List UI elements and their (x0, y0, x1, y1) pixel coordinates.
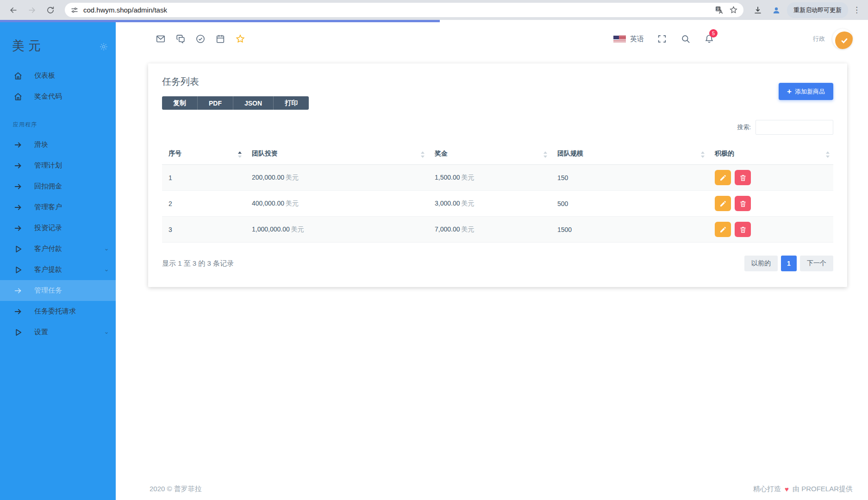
notifications-bell[interactable]: 5 (704, 33, 715, 44)
sidebar-item-label: 管理任务 (34, 286, 62, 295)
sidebar-item[interactable]: 客户提款⌄ (0, 259, 116, 280)
task-table: 序号团队投资奖金团队规模积极的 1200,000.00美元1,500.00美元1… (162, 146, 833, 243)
gear-icon[interactable] (99, 40, 108, 55)
language-label: 英语 (630, 35, 644, 44)
search-label: 搜索: (737, 123, 751, 131)
sidebar-item[interactable]: 滑块 (0, 134, 116, 155)
sidebar-item[interactable]: 设置⌄ (0, 322, 116, 343)
next-page-button[interactable]: 下一个 (800, 256, 833, 271)
sidebar-item[interactable]: 回扣佣金 (0, 176, 116, 197)
pagination: 以前的 1 下一个 (744, 256, 833, 271)
user-menu[interactable]: 行政 (813, 29, 853, 49)
brand-logo: 美元 (0, 22, 116, 54)
sidebar-item[interactable]: 奖金代码 (0, 86, 116, 107)
browser-menu-icon[interactable]: ⋮ (851, 5, 862, 15)
main-content: 英语 5 行政 (116, 22, 868, 500)
restart-to-update-button[interactable]: 重新启动即可更新 (787, 2, 848, 18)
browser-profile-icon[interactable] (768, 2, 784, 18)
chat-icon[interactable] (175, 33, 186, 44)
export-button[interactable]: JSON (233, 96, 274, 110)
svg-text:文: 文 (716, 7, 720, 11)
calendar-icon[interactable] (215, 33, 226, 44)
sidebar-item[interactable]: 客户付款⌄ (0, 238, 116, 259)
mail-icon[interactable] (155, 33, 166, 44)
sidebar-nav: 仪表板奖金代码应用程序滑块管理计划回扣佣金管理客户投资记录客户付款⌄客户提款⌄管… (0, 65, 116, 343)
arrow-icon (13, 306, 23, 317)
bookmark-star-icon[interactable] (729, 6, 738, 14)
delete-button[interactable] (735, 170, 751, 185)
browser-chrome: cod.hwym.shop/admin/task 文 重新启动即可更新 ⋮ (0, 0, 868, 20)
cell-team-size: 150 (551, 165, 708, 191)
column-label: 序号 (169, 150, 181, 157)
favorite-star-icon[interactable] (235, 33, 246, 44)
previous-page-button[interactable]: 以前的 (744, 256, 778, 271)
edit-button[interactable] (715, 170, 731, 185)
sidebar-item[interactable]: 仪表板 (0, 65, 116, 86)
export-button[interactable]: PDF (198, 96, 233, 110)
fullscreen-icon[interactable] (656, 33, 668, 44)
sidebar-item-label: 客户提款 (34, 265, 62, 274)
cell-bonus: 7,000.00美元 (428, 217, 551, 243)
sidebar: 美元 仪表板奖金代码应用程序滑块管理计划回扣佣金管理客户投资记录客户付款⌄客户提… (0, 22, 116, 500)
column-label: 积极的 (715, 150, 734, 157)
sidebar-item[interactable]: 管理任务 (0, 280, 116, 301)
reload-icon[interactable] (43, 2, 58, 18)
sidebar-item[interactable]: 投资记录 (0, 218, 116, 238)
address-bar[interactable]: cod.hwym.shop/admin/task 文 (65, 3, 743, 17)
page-footer: 2020 © 普罗菲拉 精心打造 ♥ 由 PROFELAR提供 (116, 485, 868, 500)
cell-team-investment: 1,000,000.00美元 (245, 217, 428, 243)
check-circle-icon[interactable] (195, 33, 206, 44)
cell-team-size: 1500 (551, 217, 708, 243)
column-label: 团队投资 (252, 150, 278, 157)
plus-icon: + (787, 87, 792, 96)
avatar (832, 29, 853, 49)
table-search-input[interactable] (756, 120, 833, 135)
sidebar-item-label: 管理客户 (34, 203, 62, 212)
export-button[interactable]: 打印 (274, 96, 309, 110)
current-page-button[interactable]: 1 (781, 256, 797, 271)
download-icon[interactable] (750, 2, 766, 18)
delete-button[interactable] (735, 196, 751, 211)
column-header[interactable]: 奖金 (428, 146, 551, 165)
add-new-item-button[interactable]: + 添加新商品 (779, 83, 833, 100)
export-button[interactable]: 复制 (162, 96, 198, 110)
edit-button[interactable] (715, 222, 731, 237)
cell-actions (708, 217, 833, 243)
table-row: 1200,000.00美元1,500.00美元150 (162, 165, 833, 191)
sidebar-section-label: 应用程序 (13, 121, 116, 129)
column-header[interactable]: 团队规模 (551, 146, 708, 165)
search-icon[interactable] (680, 33, 691, 44)
add-new-item-label: 添加新商品 (795, 88, 825, 96)
forward-icon[interactable] (24, 2, 40, 18)
arrow-icon (13, 202, 23, 212)
sidebar-item[interactable]: 管理客户 (0, 197, 116, 218)
table-footer: 显示 1 至 3 的 3 条记录 以前的 1 下一个 (162, 256, 833, 271)
user-role-label: 行政 (813, 35, 825, 43)
cell-actions (708, 165, 833, 191)
sidebar-item-label: 管理计划 (34, 161, 62, 170)
cell-team-investment: 200,000.00美元 (245, 165, 428, 191)
column-header[interactable]: 积极的 (708, 146, 833, 165)
delete-button[interactable] (735, 222, 751, 237)
column-header[interactable]: 团队投资 (245, 146, 428, 165)
back-icon[interactable] (6, 2, 21, 18)
language-selector[interactable]: 英语 (613, 35, 644, 44)
table-row: 31,000,000.00美元7,000.00美元1500 (162, 217, 833, 243)
edit-button[interactable] (715, 196, 731, 211)
sidebar-item[interactable]: 管理计划 (0, 155, 116, 176)
cell-team-investment: 400,000.00美元 (245, 191, 428, 217)
task-list-card: 任务列表 复制PDFJSON打印 + 添加新商品 搜索: 序号团队投资奖金团队规… (148, 63, 847, 287)
made-with-text: 精心打造 ♥ 由 PROFELAR提供 (753, 485, 853, 494)
sidebar-item[interactable]: 任务委托请求 (0, 301, 116, 322)
cell-serial: 2 (162, 191, 245, 217)
app-header: 英语 5 行政 (116, 22, 868, 56)
sidebar-item-label: 回扣佣金 (34, 182, 62, 191)
records-info: 显示 1 至 3 的 3 条记录 (162, 259, 234, 268)
notification-badge: 5 (709, 29, 718, 38)
site-settings-icon[interactable] (70, 6, 79, 14)
column-header[interactable]: 序号 (162, 146, 245, 165)
cell-serial: 1 (162, 165, 245, 191)
arrow-icon (13, 181, 23, 192)
translate-icon[interactable]: 文 (715, 6, 724, 14)
table-row: 2400,000.00美元3,000.00美元500 (162, 191, 833, 217)
